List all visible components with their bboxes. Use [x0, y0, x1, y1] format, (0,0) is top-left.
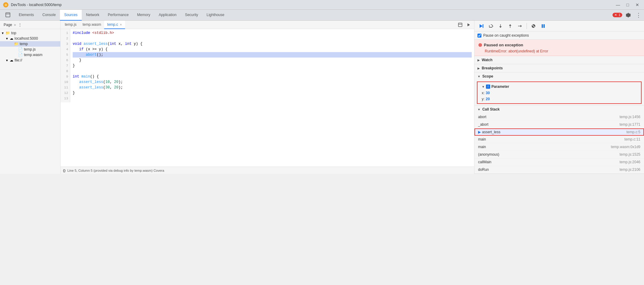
status-text: Line 5, Column 5 (provided via debug inf… [68, 169, 164, 172]
minimize-button[interactable]: — [614, 1, 622, 8]
line-number: 8 [61, 68, 70, 74]
callstack-fn-name: (anonymous) [478, 152, 499, 157]
code-line [73, 68, 472, 74]
devtools-tab-sources[interactable]: Sources [60, 10, 82, 21]
devtools-tab-application[interactable]: Application [154, 10, 181, 21]
tab-toggle-icon[interactable] [1, 10, 15, 21]
page-tab[interactable]: Page [2, 22, 14, 28]
code-line: assert_less(30, 20); [73, 85, 472, 90]
step-into-button[interactable] [496, 22, 505, 30]
tree-item-top[interactable]: ▼📁top [0, 30, 60, 36]
callstack-section: ▼ Call Stack aborttemp.js:1456_aborttemp… [474, 105, 644, 174]
editor-tab-tempc[interactable]: temp.c× [104, 21, 125, 29]
code-line: #include <stdlib.h> [73, 30, 472, 36]
tree-file-icon: ☁ [10, 36, 13, 41]
editor-tab-tempjs[interactable]: temp.js [62, 21, 80, 29]
callstack-arrow-icon: ▼ [477, 108, 481, 111]
callstack-arrow-icon: ▶ [478, 130, 481, 134]
scope-arrow-icon: ▼ [477, 75, 481, 78]
watch-label: Watch [482, 58, 493, 62]
tree-file-icon: 📄 [18, 53, 23, 57]
deactivate-breakpoints-button[interactable] [529, 22, 538, 30]
editor-toggle-icon[interactable] [456, 21, 464, 29]
scope-section-header[interactable]: ▼ Scope [474, 72, 644, 80]
code-editor[interactable]: 12345678910111213 #include <stdlib.h> vo… [61, 29, 474, 167]
callstack-entry[interactable]: doRuntemp.js:2106 [474, 166, 644, 174]
step-over-button[interactable] [487, 22, 495, 30]
pause-button[interactable] [539, 22, 547, 30]
svg-marker-13 [499, 26, 502, 28]
close-tab-icon[interactable]: × [120, 23, 122, 26]
sidebar-header: Page » ⋮ [0, 21, 60, 29]
svg-marker-15 [509, 24, 511, 26]
devtools-tab-lighthouse[interactable]: Lighthouse [202, 10, 229, 21]
breakpoints-arrow-icon: ▶ [477, 67, 480, 70]
line-numbers: 12345678910111213 [61, 29, 70, 102]
close-button[interactable]: ✕ [634, 1, 641, 8]
svg-marker-6 [467, 23, 470, 26]
callstack-section-header[interactable]: ▼ Call Stack [474, 105, 644, 113]
title-bar: ⚙ DevTools - localhost:5000/temp — □ ✕ [0, 0, 644, 10]
callstack-entry[interactable]: aborttemp.js:1456 [474, 113, 644, 121]
resume-button[interactable] [477, 22, 485, 30]
callstack-entry[interactable]: _aborttemp.js:1771 [474, 121, 644, 128]
devtools-tab-memory[interactable]: Memory [133, 10, 154, 21]
code-line: abort(); [73, 52, 472, 58]
svg-marker-17 [520, 25, 522, 27]
file-tree: ▼📁top▼☁localhost:5000📁temp📄temp.js📄temp.… [0, 29, 60, 174]
maximize-button[interactable]: □ [624, 1, 631, 8]
callstack-entry[interactable]: maintemp.c:11 [474, 136, 644, 143]
svg-marker-7 [480, 24, 483, 28]
devtools-tab-performance[interactable]: Performance [104, 10, 133, 21]
code-line: } [73, 58, 472, 63]
pause-exceptions-checkbox[interactable] [477, 34, 481, 38]
tree-item-temp.wasm[interactable]: 📄temp.wasm [0, 52, 60, 58]
error-count: 1 [619, 13, 620, 17]
run-snippet-icon[interactable] [464, 21, 473, 29]
devtools-tab-security[interactable]: Security [181, 10, 202, 21]
step-out-button[interactable] [506, 22, 514, 30]
format-button[interactable]: {} [63, 169, 66, 172]
callstack-entry[interactable]: maintemp.wasm:0x1d9 [474, 143, 644, 151]
watch-arrow-icon: ▶ [477, 58, 480, 62]
step-button[interactable] [516, 22, 524, 30]
scope-box: ▼ f Parameter x: 30 y: 20 [477, 81, 642, 104]
error-icon: ✕ [614, 13, 617, 17]
tree-file-icon: 📄 [18, 47, 23, 51]
code-lines: 12345678910111213 #include <stdlib.h> vo… [61, 29, 474, 102]
tree-item-localhost5000[interactable]: ▼☁localhost:5000 [0, 36, 60, 41]
callstack-location: temp.wasm:0x1d9 [611, 145, 640, 149]
editor-tab-tempwasm[interactable]: temp.wasm [80, 21, 104, 29]
code-line: } [73, 90, 472, 96]
svg-rect-8 [483, 24, 484, 28]
more-options-button[interactable]: ⋮ [634, 11, 643, 19]
callstack-entry[interactable]: ▶assert_lesstemp.c:5 [474, 128, 644, 136]
exception-message: RuntimeError: abort(undefined) at Error [478, 49, 640, 53]
sidebar-more-button[interactable]: ⋮ [17, 22, 23, 28]
scope-x-value: 30 [486, 91, 490, 95]
tree-item-file//[interactable]: ▼☁file:// [0, 58, 60, 63]
line-number: 13 [61, 96, 70, 101]
callstack-entry[interactable]: callMaintemp.js:2046 [474, 158, 644, 166]
line-number: 2 [61, 36, 70, 41]
line-number: 7 [61, 63, 70, 68]
callstack-entry[interactable]: (anonymous)temp.js:1525 [474, 151, 644, 158]
devtools-tab-network[interactable]: Network [82, 10, 104, 21]
tree-file-icon: 📁 [5, 31, 10, 35]
devtools-tab-console[interactable]: Console [38, 10, 60, 21]
callstack-label: Call Stack [482, 107, 500, 111]
code-line: int main() { [73, 74, 472, 79]
devtools-tab-elements[interactable]: Elements [15, 10, 38, 21]
breakpoints-section-header[interactable]: ▶ Breakpoints [474, 64, 644, 72]
line-number: 11 [61, 85, 70, 90]
param-type-icon: f [486, 85, 490, 89]
tree-item-temp[interactable]: 📁temp [0, 41, 60, 47]
code-content: #include <stdlib.h> void assert_less(int… [70, 29, 474, 102]
editor-area: temp.jstemp.wasmtemp.c× 1234567891011121… [61, 21, 474, 174]
status-bar: {} Line 5, Column 5 (provided via debug … [61, 167, 474, 174]
editor-tab-list: temp.jstemp.wasmtemp.c× [62, 21, 125, 29]
tree-item-temp.js[interactable]: 📄temp.js [0, 47, 60, 52]
watch-section-header[interactable]: ▶ Watch [474, 56, 644, 64]
tree-file-icon: ☁ [10, 58, 13, 62]
settings-button[interactable] [624, 11, 632, 19]
